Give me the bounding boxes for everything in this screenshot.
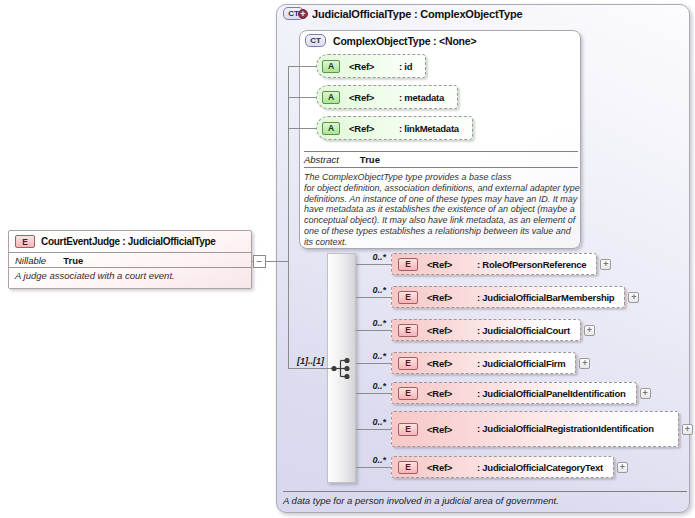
element-name: : JudicialOfficialCourt: [477, 325, 570, 336]
expand-plus-button[interactable]: +: [579, 358, 590, 369]
property-value: True: [360, 154, 380, 165]
attribute-ref: <Ref>: [349, 92, 399, 103]
attribute-icon: A: [322, 122, 340, 135]
schema-diagram: CT + JudicialOfficialType : ComplexObjec…: [0, 0, 695, 518]
element-name: : JudicialOfficialRegistrationIdentifica…: [477, 423, 668, 435]
element-icon: E: [15, 235, 35, 248]
element-box-courteventjudge[interactable]: E CourtEventJudge : JudicialOfficialType…: [8, 230, 252, 289]
element-ref: <Ref>: [427, 325, 477, 336]
attribute-name: : linkMetadata: [399, 123, 459, 134]
attribute-icon: A: [322, 91, 340, 104]
base-type-annotation: The ComplexObjectType type provides a ba…: [304, 172, 580, 248]
complex-type-icon: CT: [305, 34, 326, 47]
left-element-annotation: A judge associated with a court event.: [9, 268, 251, 283]
attribute-ref: <Ref>: [349, 123, 399, 134]
element-box[interactable]: E <Ref> : JudicialOfficialRegistrationId…: [391, 411, 679, 447]
element-icon: E: [398, 423, 418, 436]
attribute-icon: A: [322, 60, 340, 73]
cardinality-label: 0..*: [350, 318, 386, 328]
element-icon: E: [398, 258, 418, 271]
cardinality-label: 0..*: [350, 252, 386, 262]
attribute-name: : id: [399, 61, 412, 72]
element-icon: E: [398, 357, 418, 370]
attribute-box-id[interactable]: A <Ref> : id: [316, 54, 426, 78]
element-box[interactable]: E <Ref> : JudicialOfficialPanelIdentific…: [391, 382, 637, 404]
abstract-property-row: Abstract True: [304, 151, 578, 168]
element-box[interactable]: E <Ref> : JudicialOfficialBarMembership: [391, 286, 625, 308]
property-label: Abstract: [304, 154, 339, 165]
property-value: True: [63, 255, 83, 266]
element-row-judicialofficialcourt: E <Ref> : JudicialOfficialCourt +: [391, 319, 595, 341]
base-type-title: ComplexObjectType : <None>: [333, 35, 476, 47]
expand-plus-button[interactable]: +: [640, 388, 651, 399]
type-annotation: A data type for a person involved in a j…: [283, 491, 687, 506]
element-name: : JudicialOfficialBarMembership: [477, 292, 614, 303]
cardinality-label: 0..*: [350, 285, 386, 295]
element-name: : JudicialOfficialPanelIdentification: [477, 388, 626, 399]
element-name: : JudicialOfficialFirm: [477, 358, 565, 369]
element-name: : JudicialOfficialCategoryText: [477, 462, 603, 473]
element-row-judicialofficialregistrationidentification: E <Ref> : JudicialOfficialRegistrationId…: [391, 411, 693, 447]
expand-plus-button[interactable]: +: [600, 259, 611, 270]
element-row-roleofpersonreference: E <Ref> : RoleOfPersonReference +: [391, 253, 611, 275]
cardinality-label: 0..*: [350, 351, 386, 361]
attribute-ref: <Ref>: [349, 61, 399, 72]
element-ref: <Ref>: [427, 259, 477, 270]
left-element-title: CourtEventJudge : JudicialOfficialType: [41, 236, 216, 247]
sequence-cardinality-label: [1]..[1]: [280, 356, 324, 366]
expand-plus-button[interactable]: +: [617, 462, 628, 473]
cardinality-label: 0..*: [350, 455, 386, 465]
element-icon: E: [398, 324, 418, 337]
attribute-name: : metadata: [399, 92, 444, 103]
element-box[interactable]: E <Ref> : JudicialOfficialCategoryText: [391, 456, 614, 478]
element-box[interactable]: E <Ref> : JudicialOfficialFirm: [391, 352, 576, 374]
attribute-box-metadata[interactable]: A <Ref> : metadata: [316, 85, 458, 109]
element-icon: E: [398, 291, 418, 304]
element-ref: <Ref>: [427, 388, 477, 399]
element-icon: E: [398, 387, 418, 400]
element-ref: <Ref>: [427, 424, 477, 435]
element-name: : RoleOfPersonReference: [477, 259, 586, 270]
element-row-judicialofficialcategorytext: E <Ref> : JudicialOfficialCategoryText +: [391, 456, 628, 478]
type-box-title: JudicialOfficialType : ComplexObjectType: [312, 8, 522, 20]
nillable-property-row: Nillable True: [9, 253, 251, 268]
element-icon: E: [398, 461, 418, 474]
element-ref: <Ref>: [427, 462, 477, 473]
element-ref: <Ref>: [427, 358, 477, 369]
cardinality-label: 0..*: [350, 381, 386, 391]
derivation-plus-badge: +: [298, 9, 308, 19]
cardinality-label: 0..*: [350, 417, 386, 427]
expand-plus-button[interactable]: +: [584, 325, 595, 336]
element-row-judicialofficialpanelidentification: E <Ref> : JudicialOfficialPanelIdentific…: [391, 382, 651, 404]
expand-plus-button[interactable]: +: [682, 424, 693, 435]
element-row-judicialofficialfirm: E <Ref> : JudicialOfficialFirm +: [391, 352, 590, 374]
property-label: Nillable: [15, 255, 46, 266]
element-box[interactable]: E <Ref> : JudicialOfficialCourt: [391, 319, 581, 341]
collapse-minus-button[interactable]: −: [253, 255, 266, 268]
attribute-box-linkmetadata[interactable]: A <Ref> : linkMetadata: [316, 116, 473, 140]
element-box[interactable]: E <Ref> : RoleOfPersonReference: [391, 253, 597, 275]
element-row-judicialofficialbarmembership: E <Ref> : JudicialOfficialBarMembership …: [391, 286, 639, 308]
element-ref: <Ref>: [427, 292, 477, 303]
expand-plus-button[interactable]: +: [628, 292, 639, 303]
complex-type-derived-icon: CT +: [283, 7, 304, 20]
